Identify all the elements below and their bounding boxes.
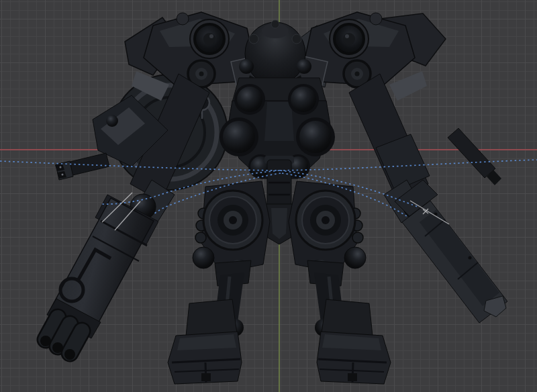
relationship-line xyxy=(0,160,537,170)
3d-viewport[interactable] xyxy=(0,0,537,392)
relationship-line xyxy=(281,170,418,207)
relationship-line xyxy=(153,173,281,215)
relationship-line xyxy=(102,170,279,204)
relationship-line xyxy=(282,173,407,216)
constraint-lines-overlay xyxy=(0,0,537,392)
bone-line xyxy=(102,193,132,222)
bone-line xyxy=(410,201,449,224)
